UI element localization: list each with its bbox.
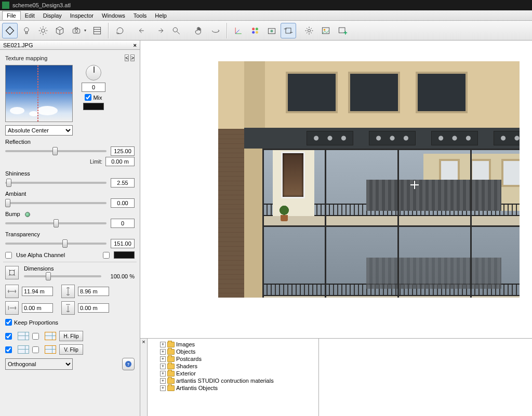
tool-pan[interactable] <box>191 23 207 38</box>
transparency-value[interactable] <box>111 239 135 248</box>
gear-icon <box>304 25 314 36</box>
svg-point-15 <box>75 30 78 32</box>
tree-item[interactable]: +artlantis STUDIO contruction materials <box>148 377 318 384</box>
crop-icon <box>283 25 294 36</box>
reflection-value[interactable] <box>111 146 135 156</box>
mix-checkbox[interactable] <box>85 94 91 101</box>
shininess-slider[interactable] <box>5 182 107 184</box>
tool-settings[interactable] <box>301 23 317 38</box>
menu-edit[interactable]: Edit <box>21 11 39 20</box>
tree-item[interactable]: +Postcards <box>148 355 318 363</box>
svg-marker-0 <box>6 26 14 34</box>
menu-inspector[interactable]: Inspector <box>66 11 98 20</box>
menu-display[interactable]: Display <box>39 11 66 20</box>
tool-zoom[interactable] <box>168 23 184 38</box>
next-texture-button[interactable]: > <box>130 55 135 61</box>
view-dd-icon[interactable]: ▾ <box>84 28 88 33</box>
undo-icon <box>138 25 148 36</box>
bump-slider[interactable] <box>5 222 107 224</box>
expand-icon[interactable]: + <box>160 342 166 347</box>
panel-close-button[interactable]: × <box>134 42 137 48</box>
offsety-input[interactable] <box>78 303 109 313</box>
rotation-input[interactable] <box>82 83 105 92</box>
tree-item[interactable]: +Exterior <box>148 370 318 377</box>
tool-crop[interactable] <box>281 23 296 38</box>
expand-icon[interactable]: + <box>160 364 166 369</box>
mirror-h-checkbox[interactable] <box>32 333 39 340</box>
svg-line-24 <box>235 30 240 34</box>
invert-alpha-checkbox[interactable] <box>103 252 110 259</box>
expand-icon[interactable]: + <box>160 356 166 362</box>
offsetx-input[interactable] <box>22 303 53 313</box>
reflection-slider[interactable] <box>5 150 107 152</box>
tool-orbit[interactable] <box>208 23 223 38</box>
rotation-dial[interactable] <box>86 65 101 80</box>
svg-line-9 <box>45 33 46 34</box>
tool-render-add[interactable] <box>335 23 350 38</box>
svg-point-36 <box>324 29 325 30</box>
keep-proportions-checkbox[interactable] <box>5 319 12 326</box>
transparency-slider[interactable] <box>5 243 107 245</box>
bump-value[interactable] <box>111 219 135 228</box>
reflection-limit-input[interactable] <box>105 157 135 166</box>
tree-item[interactable]: +Objects <box>148 348 318 355</box>
menu-tools[interactable]: Tools <box>129 11 151 20</box>
mix-color-swatch[interactable] <box>83 103 104 110</box>
bump-mode-dot[interactable] <box>25 212 30 217</box>
tool-redo[interactable] <box>152 23 167 38</box>
prev-texture-button[interactable]: < <box>125 55 129 61</box>
ambiant-slider[interactable] <box>5 202 107 204</box>
cube-icon <box>55 25 65 36</box>
tool-materials[interactable] <box>247 23 263 38</box>
tile-v-checkbox[interactable] <box>5 346 12 353</box>
scale-slider[interactable] <box>24 275 101 277</box>
window-title: scheme05_Design3.atl <box>12 2 71 8</box>
viewport[interactable] <box>140 41 532 338</box>
tool-light[interactable] <box>19 23 34 38</box>
alpha-label: Use Alpha Channel <box>16 252 65 258</box>
hand-icon <box>194 25 204 36</box>
anchor-select[interactable]: Absolute Center <box>5 125 73 136</box>
expand-icon[interactable]: + <box>160 378 166 384</box>
ambiant-value[interactable] <box>111 198 135 208</box>
alpha-checkbox[interactable] <box>5 252 12 259</box>
tool-object[interactable] <box>52 23 68 38</box>
menu-windows[interactable]: Windows <box>98 11 129 20</box>
tool-heliodon[interactable] <box>35 23 51 38</box>
tree-item[interactable]: +Images <box>148 341 318 348</box>
sun-icon <box>38 25 48 36</box>
tool-catalog[interactable] <box>89 23 105 38</box>
expand-icon[interactable]: + <box>160 349 166 355</box>
vflip-button[interactable]: V. Flip <box>59 344 83 355</box>
menu-file[interactable]: File <box>2 11 21 20</box>
catalog-close-button[interactable]: × <box>140 339 148 416</box>
tool-snapshot[interactable] <box>264 23 280 38</box>
height-input[interactable] <box>78 287 109 296</box>
help-button[interactable]: ? <box>122 358 135 370</box>
expand-icon[interactable]: + <box>160 371 166 377</box>
panel-title: SE021.JPG <box>3 42 33 48</box>
tile-h-checkbox[interactable] <box>5 333 12 340</box>
tool-axes[interactable] <box>231 23 246 38</box>
tree-item[interactable]: +Artlantis Objects <box>148 384 318 392</box>
expand-icon[interactable]: + <box>160 385 166 391</box>
dimensions-label: Dimensions <box>24 265 135 272</box>
projection-select[interactable]: Orthogonal <box>5 358 73 370</box>
tool-view[interactable] <box>69 23 84 38</box>
tool-undo[interactable] <box>135 23 151 38</box>
tool-refresh[interactable] <box>112 23 128 38</box>
shininess-value[interactable] <box>111 178 135 187</box>
alpha-color-swatch[interactable] <box>114 251 135 259</box>
tool-shader[interactable] <box>2 23 18 38</box>
svg-rect-16 <box>75 28 78 29</box>
mirror-v-checkbox[interactable] <box>32 346 39 353</box>
width-input[interactable] <box>22 287 53 296</box>
tool-render[interactable] <box>318 23 334 38</box>
fit-icon[interactable] <box>5 266 19 279</box>
texture-preview[interactable] <box>5 65 73 122</box>
tree-item[interactable]: +Shaders <box>148 363 318 370</box>
catalog-tree[interactable]: +Images +Objects +Postcards +Shaders +Ex… <box>148 339 319 416</box>
tree-label: Postcards <box>176 356 202 362</box>
menu-help[interactable]: Help <box>151 11 171 20</box>
hflip-button[interactable]: H. Flip <box>59 331 83 341</box>
